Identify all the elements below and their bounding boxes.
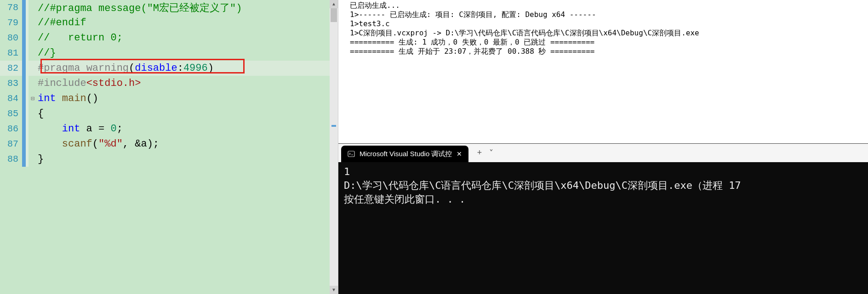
- output-line: 1>------ 已启动生成: 项目: C深剖项目, 配置: Debug x64…: [350, 10, 863, 19]
- scroll-down-button[interactable]: ▼: [330, 286, 338, 294]
- terminal-line: 按任意键关闭此窗口. . .: [344, 192, 862, 206]
- line-number: 87: [0, 139, 22, 149]
- line-number: 83: [0, 78, 22, 89]
- terminal-line: D:\学习\代码仓库\C语言代码仓库\C深剖项目\x64\Debug\C深剖项目…: [344, 179, 862, 192]
- code-line[interactable]: 81//}: [0, 45, 338, 61]
- new-tab-button[interactable]: +: [477, 148, 482, 158]
- code-line[interactable]: 79//#endif: [0, 15, 338, 30]
- change-gutter: [22, 15, 29, 30]
- scroll-thumb[interactable]: [331, 8, 337, 22]
- output-line: ========== 生成: 1 成功，0 失败，0 最新，0 已跳过 ====…: [350, 38, 863, 47]
- terminal-tab-title: Microsoft Visual Studio 调试控: [360, 150, 452, 158]
- code-text[interactable]: int a = 0;: [37, 123, 123, 135]
- code-line[interactable]: 80// return 0;: [0, 30, 338, 45]
- code-editor-pane[interactable]: 78//#pragma message("M宏已经被定义了")79//#endi…: [0, 0, 338, 294]
- code-line[interactable]: 84⊟int main(): [0, 91, 338, 106]
- code-text[interactable]: //#endif: [37, 17, 86, 28]
- line-number: 80: [0, 33, 22, 43]
- change-gutter: [22, 45, 29, 61]
- output-line: 已启动生成...: [350, 1, 863, 10]
- terminal-window[interactable]: Microsoft Visual Studio 调试控 ✕ + ˅ 1D:\学习…: [338, 143, 868, 294]
- code-line[interactable]: 82#pragma warning(disable:4996): [0, 61, 338, 76]
- terminal-line: 1: [344, 165, 862, 179]
- code-text[interactable]: int main(): [37, 93, 98, 104]
- code-text[interactable]: //}: [37, 47, 56, 59]
- change-gutter: [22, 136, 29, 152]
- terminal-tab-active[interactable]: Microsoft Visual Studio 调试控 ✕: [341, 146, 468, 162]
- change-gutter: [22, 152, 29, 167]
- code-text[interactable]: }: [37, 153, 44, 165]
- code-line[interactable]: 83#include<stdio.h>: [0, 76, 338, 91]
- terminal-tabbar: Microsoft Visual Studio 调试控 ✕ + ˅: [338, 144, 868, 162]
- change-gutter: [22, 91, 29, 106]
- line-number: 78: [0, 2, 22, 13]
- line-number: 81: [0, 48, 22, 58]
- output-line: ========== 生成 开始于 23:07，并花费了 00.388 秒 ==…: [350, 47, 863, 56]
- editor-vertical-scrollbar[interactable]: ▲ ▼: [330, 0, 338, 294]
- line-number: 88: [0, 154, 22, 164]
- scroll-change-mark: [331, 125, 336, 127]
- right-pane: 已启动生成...1>------ 已启动生成: 项目: C深剖项目, 配置: D…: [338, 0, 868, 294]
- output-line: 1>test3.c: [350, 19, 863, 28]
- code-text[interactable]: //#pragma message("M宏已经被定义了"): [37, 1, 242, 15]
- change-gutter: [22, 121, 29, 136]
- terminal-icon: [348, 150, 355, 158]
- change-gutter: [22, 30, 29, 45]
- collapse-toggle[interactable]: ⊟: [29, 95, 37, 102]
- code-text[interactable]: scanf("%d", &a);: [37, 138, 159, 150]
- scroll-up-button[interactable]: ▲: [330, 0, 338, 8]
- code-line[interactable]: 87 scanf("%d", &a);: [0, 136, 338, 152]
- tab-dropdown-button[interactable]: ˅: [489, 148, 493, 158]
- build-output-pane[interactable]: 已启动生成...1>------ 已启动生成: 项目: C深剖项目, 配置: D…: [338, 0, 868, 142]
- code-line[interactable]: 78//#pragma message("M宏已经被定义了"): [0, 0, 338, 15]
- code-line[interactable]: 85{: [0, 106, 338, 121]
- code-line[interactable]: 86 int a = 0;: [0, 121, 338, 136]
- line-number: 85: [0, 108, 22, 119]
- change-gutter: [22, 106, 29, 121]
- code-text[interactable]: // return 0;: [37, 32, 123, 44]
- line-number: 82: [0, 63, 22, 74]
- change-gutter: [22, 76, 29, 91]
- change-gutter: [22, 0, 29, 15]
- line-number: 79: [0, 17, 22, 28]
- line-number: 86: [0, 124, 22, 134]
- change-gutter: [22, 61, 29, 76]
- code-text[interactable]: {: [37, 108, 44, 119]
- output-line: 1>C深剖项目.vcxproj -> D:\学习\代码仓库\C语言代码仓库\C深…: [350, 28, 863, 38]
- line-number: 84: [0, 93, 22, 104]
- terminal-body[interactable]: 1D:\学习\代码仓库\C语言代码仓库\C深剖项目\x64\Debug\C深剖项…: [338, 162, 868, 294]
- close-icon[interactable]: ✕: [457, 150, 462, 158]
- code-text[interactable]: #include<stdio.h>: [37, 78, 141, 89]
- code-text[interactable]: #pragma warning(disable:4996): [37, 62, 214, 74]
- svg-rect-0: [348, 151, 354, 157]
- code-line[interactable]: 88}: [0, 152, 338, 167]
